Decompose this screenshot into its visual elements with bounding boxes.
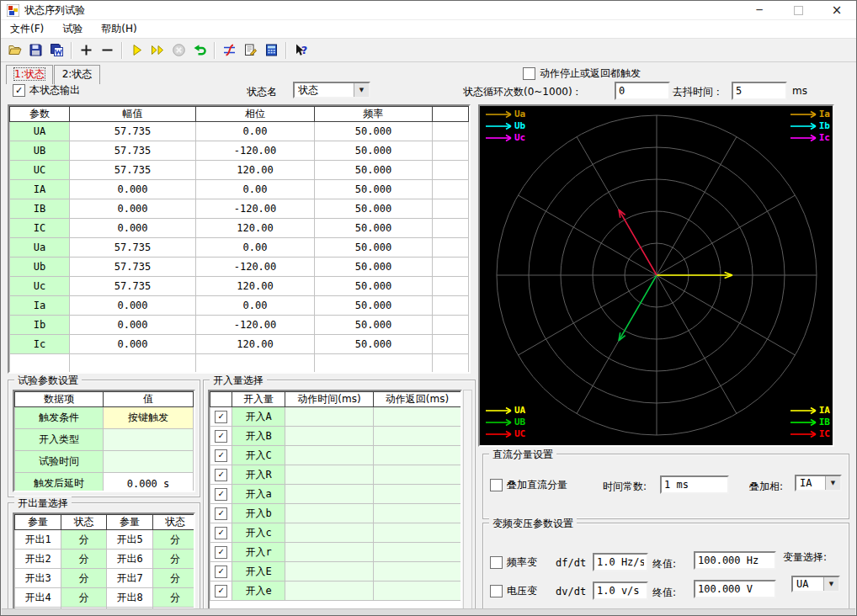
output-state[interactable]: 分 [153, 530, 196, 550]
calculator-button[interactable] [261, 40, 282, 61]
param-amplitude[interactable]: 57.735 [70, 258, 196, 277]
input-select-scrollbar[interactable] [463, 390, 472, 613]
tab-state-2[interactable]: 2:状态 [54, 65, 101, 84]
param-amplitude[interactable]: 57.735 [70, 277, 196, 296]
output-state[interactable]: 分 [61, 550, 107, 569]
input-checkbox-cell[interactable] [210, 523, 232, 543]
param-frequency[interactable]: 50.000 [315, 161, 433, 180]
input-checkbox-cell[interactable] [210, 485, 232, 504]
chevron-down-icon[interactable] [823, 577, 838, 591]
menu-file[interactable]: 文件(F) [1, 20, 53, 39]
dc-superimpose-checkbox[interactable]: 叠加直流分量 [490, 478, 567, 492]
param-frequency[interactable]: 50.000 [315, 122, 433, 141]
remove-state-button[interactable] [97, 40, 118, 61]
run-button[interactable] [126, 40, 147, 61]
variable-select-combo[interactable]: UA [791, 576, 840, 592]
param-phase[interactable]: -120.00 [196, 258, 315, 277]
param-phase[interactable]: 0.00 [196, 238, 315, 258]
maximize-button[interactable] [779, 1, 817, 19]
param-amplitude[interactable]: 57.735 [70, 122, 196, 141]
param-frequency[interactable]: 50.000 [315, 316, 433, 335]
param-phase[interactable]: 0.00 [196, 180, 315, 199]
param-phase[interactable]: 120.00 [196, 277, 315, 296]
report-edit-button[interactable] [240, 40, 261, 61]
param-frequency[interactable]: 50.000 [315, 238, 433, 258]
menu-help[interactable]: 帮助(H) [92, 20, 146, 39]
data-item-value[interactable]: 0.000 s [104, 473, 194, 493]
chevron-down-icon[interactable] [354, 83, 369, 97]
menu-test[interactable]: 试验 [53, 20, 92, 39]
debounce-input[interactable] [732, 82, 787, 100]
output-this-state-checkbox[interactable]: 本状态输出 [13, 83, 80, 98]
input-checkbox-cell[interactable] [210, 427, 232, 446]
param-amplitude[interactable]: 0.000 [70, 296, 196, 316]
param-phase[interactable]: 120.00 [196, 335, 315, 354]
checkbox-icon[interactable] [215, 585, 227, 597]
dvdt-input[interactable] [593, 581, 648, 600]
param-phase[interactable]: 0.00 [196, 122, 315, 141]
output-state[interactable]: 分 [61, 569, 107, 588]
param-amplitude[interactable]: 0.000 [70, 199, 196, 219]
checkbox-icon[interactable] [490, 556, 503, 569]
volt-end-input[interactable] [694, 580, 776, 598]
input-checkbox-cell[interactable] [210, 465, 232, 485]
freq-end-input[interactable] [694, 551, 776, 570]
param-frequency[interactable]: 50.000 [315, 219, 433, 238]
volt-change-checkbox[interactable]: 电压变 [490, 584, 537, 598]
param-frequency[interactable]: 50.000 [315, 277, 433, 296]
param-amplitude[interactable]: 0.000 [70, 180, 196, 199]
run-all-button[interactable] [147, 40, 168, 61]
loop-count-input[interactable] [615, 82, 670, 100]
param-amplitude[interactable]: 0.000 [70, 316, 196, 335]
param-amplitude[interactable]: 57.735 [70, 141, 196, 161]
output-state[interactable]: 分 [153, 550, 196, 569]
minimize-button[interactable]: ─ [740, 1, 779, 19]
param-phase[interactable]: 120.00 [196, 161, 315, 180]
checkbox-icon[interactable] [215, 469, 227, 481]
time-constant-input[interactable] [660, 475, 729, 494]
checkbox-icon[interactable] [490, 585, 503, 597]
data-item-value[interactable]: 按键触发 [104, 407, 194, 429]
superimpose-phase-combo[interactable]: IA [795, 475, 842, 491]
param-frequency[interactable]: 50.000 [315, 180, 433, 199]
input-checkbox-cell[interactable] [210, 504, 232, 523]
param-amplitude[interactable]: 0.000 [70, 219, 196, 238]
param-phase[interactable]: 0.00 [196, 296, 315, 316]
checkbox-icon[interactable] [523, 67, 535, 80]
checkbox-icon[interactable] [215, 527, 227, 539]
add-state-button[interactable] [76, 40, 97, 61]
output-state[interactable]: 分 [61, 530, 107, 550]
checkbox-icon[interactable] [490, 479, 503, 491]
checkbox-icon[interactable] [215, 488, 227, 501]
action-trigger-checkbox[interactable]: 动作停止或返回都触发 [523, 66, 641, 81]
param-phase[interactable]: -120.00 [196, 141, 315, 161]
param-amplitude[interactable]: 0.000 [70, 335, 196, 354]
checkbox-icon[interactable] [215, 430, 227, 443]
checkbox-icon[interactable] [215, 566, 227, 578]
data-item-value[interactable] [104, 429, 194, 451]
open-button[interactable] [4, 40, 25, 61]
param-amplitude[interactable]: 57.735 [70, 238, 196, 258]
checkbox-icon[interactable] [215, 411, 227, 423]
input-checkbox-cell[interactable] [210, 562, 232, 581]
checkbox-icon[interactable] [215, 546, 227, 559]
param-phase[interactable]: -120.00 [196, 316, 315, 335]
output-state[interactable]: 分 [153, 569, 196, 588]
param-phase[interactable]: -120.00 [196, 199, 315, 219]
input-checkbox-cell[interactable] [210, 446, 232, 465]
input-checkbox-cell[interactable] [210, 407, 232, 427]
export-report-button[interactable] [46, 40, 67, 61]
context-help-button[interactable]: ? [290, 40, 311, 61]
output-state[interactable]: 分 [61, 588, 107, 608]
param-frequency[interactable]: 50.000 [315, 141, 433, 161]
undo-button[interactable] [189, 40, 210, 61]
output-state[interactable]: 分 [153, 588, 196, 608]
chevron-down-icon[interactable] [825, 476, 840, 490]
param-frequency[interactable]: 50.000 [315, 258, 433, 277]
param-frequency[interactable]: 50.000 [315, 199, 433, 219]
checkbox-icon[interactable] [13, 84, 25, 97]
tab-state-1[interactable]: 1:状态 [6, 65, 53, 84]
param-phase[interactable]: 120.00 [196, 219, 315, 238]
param-amplitude[interactable]: 57.735 [70, 161, 196, 180]
dfdt-input[interactable] [593, 553, 648, 571]
